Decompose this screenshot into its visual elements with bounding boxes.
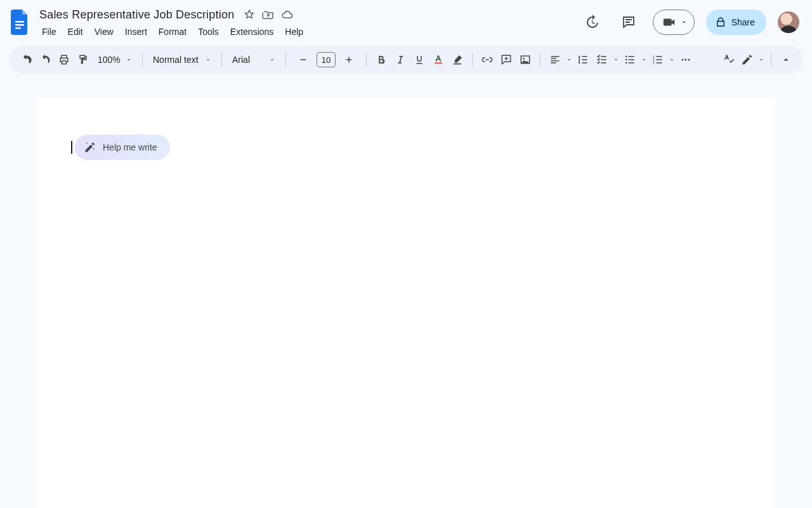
font-family-dropdown[interactable]: Arial — [227, 50, 280, 69]
undo-button[interactable] — [16, 50, 36, 69]
increase-font-size-button[interactable] — [339, 50, 358, 69]
bulleted-list-button[interactable] — [620, 50, 639, 69]
docs-logo[interactable] — [9, 7, 32, 37]
svg-point-6 — [625, 56, 627, 58]
menu-file[interactable]: File — [37, 24, 62, 39]
caret-down-icon — [126, 57, 132, 63]
bold-button[interactable] — [372, 50, 391, 69]
caret-down-icon — [205, 57, 211, 63]
caret-down-icon — [269, 57, 275, 63]
font-size-input[interactable]: 10 — [317, 52, 336, 67]
menu-extensions[interactable]: Extensions — [225, 24, 278, 39]
align-caret[interactable] — [565, 57, 573, 63]
text-cursor — [71, 141, 72, 154]
spellcheck-button[interactable] — [719, 50, 738, 69]
svg-point-12 — [682, 59, 684, 61]
menu-view[interactable]: View — [89, 24, 119, 39]
share-button[interactable]: Share — [706, 10, 766, 35]
help-me-write-button[interactable]: Help me write — [75, 135, 170, 160]
redo-button[interactable] — [36, 50, 55, 69]
meet-button[interactable] — [653, 10, 695, 35]
font-size-value: 10 — [322, 55, 331, 65]
add-comment-button[interactable] — [497, 50, 516, 69]
line-spacing-button[interactable] — [573, 50, 593, 69]
insert-link-button[interactable] — [478, 50, 497, 69]
caret-down-icon — [680, 18, 688, 26]
zoom-value: 100% — [98, 55, 121, 65]
svg-rect-3 — [435, 62, 442, 64]
numbered-list-button[interactable]: 123 — [648, 50, 667, 69]
paragraph-style-dropdown[interactable]: Normal text — [148, 50, 216, 69]
help-me-write-label: Help me write — [103, 142, 157, 152]
svg-point-8 — [625, 62, 627, 64]
underline-button[interactable] — [410, 50, 429, 69]
numbered-list-caret[interactable] — [667, 57, 676, 63]
checklist-button[interactable] — [593, 50, 612, 69]
print-button[interactable] — [55, 50, 74, 69]
magic-pen-icon — [84, 141, 96, 154]
svg-point-14 — [688, 59, 690, 61]
font-family-value: Arial — [232, 55, 250, 65]
menu-insert[interactable]: Insert — [120, 24, 152, 39]
history-icon[interactable] — [579, 10, 605, 35]
account-avatar[interactable] — [778, 11, 799, 33]
document-page[interactable]: Help me write — [37, 98, 775, 508]
align-button[interactable] — [546, 50, 565, 69]
checklist-caret[interactable] — [612, 57, 620, 63]
svg-point-5 — [523, 58, 525, 60]
collapse-toolbar-button[interactable] — [776, 50, 796, 69]
cloud-saved-icon[interactable] — [281, 8, 294, 21]
document-title[interactable]: Sales Representative Job Description — [37, 7, 237, 23]
menu-tools[interactable]: Tools — [193, 24, 224, 39]
star-icon[interactable] — [243, 8, 256, 21]
title-bar: Sales Representative Job Description Fil… — [0, 0, 812, 41]
editing-mode-caret[interactable] — [757, 57, 766, 63]
font-size-group: 10 — [291, 50, 361, 69]
menu-edit[interactable]: Edit — [63, 24, 88, 39]
svg-text:3: 3 — [653, 61, 655, 65]
decrease-font-size-button[interactable] — [294, 50, 313, 69]
zoom-dropdown[interactable]: 100% — [93, 50, 137, 69]
title-area: Sales Representative Job Description Fil… — [37, 6, 308, 39]
title-row: Sales Representative Job Description — [37, 6, 308, 23]
move-icon[interactable] — [262, 8, 275, 21]
paint-format-button[interactable] — [74, 50, 93, 69]
document-scroll-area[interactable]: Help me write — [0, 76, 812, 508]
toolbar: 100% Normal text Arial 10 — [9, 46, 803, 74]
svg-rect-1 — [15, 24, 24, 25]
video-icon — [662, 15, 676, 29]
lock-icon — [715, 17, 726, 28]
highlight-color-button[interactable] — [448, 50, 467, 69]
editing-mode-button[interactable] — [738, 50, 757, 69]
text-color-button[interactable] — [429, 50, 448, 69]
insert-image-button[interactable] — [516, 50, 535, 69]
paragraph-style-value: Normal text — [153, 55, 199, 65]
bulleted-list-caret[interactable] — [639, 57, 648, 63]
menu-help[interactable]: Help — [280, 24, 308, 39]
italic-button[interactable] — [391, 50, 410, 69]
share-label: Share — [731, 17, 755, 27]
svg-rect-2 — [15, 27, 21, 29]
more-tools-button[interactable] — [676, 50, 695, 69]
header-actions: Share — [579, 10, 803, 35]
svg-point-7 — [625, 59, 627, 61]
svg-rect-0 — [15, 21, 24, 22]
svg-point-13 — [685, 59, 687, 61]
comments-icon[interactable] — [616, 10, 641, 35]
menu-format[interactable]: Format — [154, 24, 192, 39]
menu-bar: File Edit View Insert Format Tools Exten… — [37, 24, 308, 39]
